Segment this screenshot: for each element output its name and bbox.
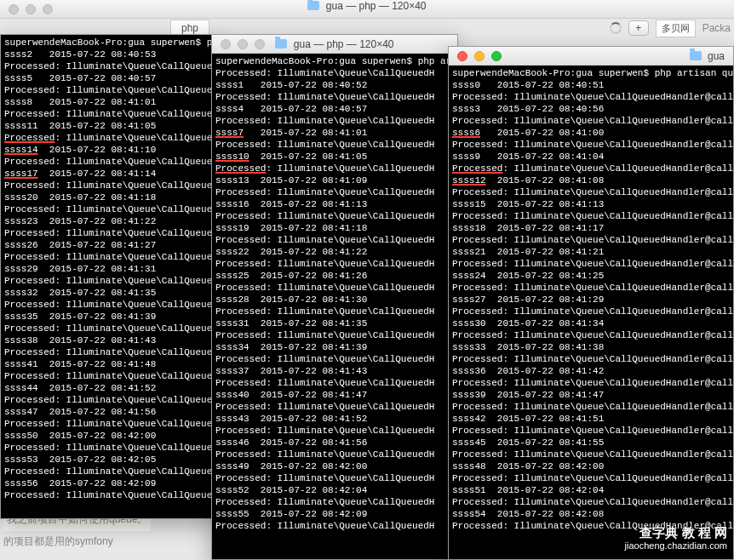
terminal-window-2[interactable]: gua — php — 120×40 superwendeMacBook-Pro…	[211, 34, 458, 560]
terminal-output-2[interactable]: superwendeMacBook-Pro:gua superwen$ php …	[212, 54, 457, 559]
terminal-line: ssss33 2015-07-22 08:41:38	[452, 341, 730, 353]
terminal-line: Processed: Illuminate\Queue\CallQueuedHa…	[452, 329, 730, 341]
terminal-line: ssss32 2015-07-22 08:41:35	[4, 287, 217, 299]
terminal-line: Processed: Illuminate\Queue\CallQueuedHa…	[452, 186, 730, 198]
terminal-line: ssss9 2015-07-22 08:41:04	[452, 151, 730, 163]
terminal-line: Processed: Illuminate\Queue\CallQueuedH	[215, 472, 454, 484]
terminal-line: ssss12 2015-07-22 08:41:08	[452, 174, 730, 186]
terminal-line: ssss42 2015-07-22 08:41:51	[452, 413, 730, 425]
terminal-line: ssss1 2015-07-22 08:40:52	[215, 79, 454, 91]
terminal-line: Processed: Illuminate\Queue\CallQueuedH	[4, 346, 217, 358]
terminal-window-1[interactable]: superwendeMacBook-Pro:gua superwen$ phps…	[0, 34, 221, 519]
terminal-line: Processed: Illuminate\Queue\CallQueuedH	[215, 163, 454, 174]
terminal-line: ssss23 2015-07-22 08:41:22	[4, 215, 217, 227]
maximize-icon[interactable]	[255, 39, 265, 49]
terminal-line: ssss37 2015-07-22 08:41:43	[215, 365, 454, 377]
titlebar-2[interactable]: gua — php — 120×40	[212, 35, 457, 54]
terminal-output-1[interactable]: superwendeMacBook-Pro:gua superwen$ phps…	[1, 35, 221, 518]
terminal-line: Processed: Illuminate\Queue\CallQueuedH	[215, 496, 454, 508]
add-tab-button[interactable]: +	[628, 20, 649, 36]
terminal-line: ssss6 2015-07-22 08:41:00	[452, 127, 730, 139]
terminal-line: Processed: Illuminate\Queue\CallQueuedH	[4, 251, 217, 263]
terminal-line: Processed: Illuminate\Queue\CallQueuedH	[215, 67, 454, 79]
terminal-line: Processed: Illuminate\Queue\CallQueuedH	[215, 186, 454, 198]
terminal-line: Processed: Illuminate\Queue\CallQueuedH	[4, 180, 217, 191]
watermark-title: 查字典 教 程 网	[639, 525, 727, 540]
terminal-prompt: superwendeMacBook-Pro:gua superwen$ php …	[452, 67, 730, 79]
terminal-line: Processed: Illuminate\Queue\CallQueuedH	[4, 203, 217, 215]
terminal-line: ssss15 2015-07-22 08:41:13	[452, 198, 730, 210]
terminal-prompt: superwendeMacBook-Pro:gua superwen$ php …	[215, 55, 454, 67]
terminal-line: Processed: Illuminate\Queue\CallQueuedH	[215, 520, 454, 532]
terminal-line: Processed: Illuminate\Queue\CallQueuedH	[215, 329, 454, 341]
terminal-line: Processed: Illuminate\Queue\CallQueuedHa…	[452, 210, 730, 222]
close-icon[interactable]	[457, 51, 467, 61]
maximize-icon[interactable]	[491, 51, 502, 61]
terminal-line: Processed: Illuminate\Queue\CallQueuedH	[4, 84, 217, 96]
terminal-line: ssss26 2015-07-22 08:41:27	[4, 239, 217, 251]
terminal-line: Processed: Illuminate\Queue\CallQueuedH	[215, 377, 454, 389]
terminal-line: ssss35 2015-07-22 08:41:39	[4, 311, 217, 323]
terminal-line: Processed: Illuminate\Queue\CallQueuedH	[215, 139, 454, 151]
terminal-output-3[interactable]: superwendeMacBook-Pro:gua superwen$ php …	[449, 66, 733, 559]
terminal-line: ssss34 2015-07-22 08:41:39	[215, 341, 454, 353]
terminal-line: Processed: Illuminate\Queue\CallQueuedHa…	[452, 139, 730, 151]
terminal-line: Processed: Illuminate\Queue\CallQueuedH	[215, 353, 454, 365]
minimize-icon[interactable]	[26, 4, 36, 14]
titlebar-3[interactable]: gua	[449, 47, 733, 66]
terminal-line: ssss46 2015-07-22 08:41:56	[215, 437, 454, 449]
terminal-line: ssss29 2015-07-22 08:41:31	[4, 263, 217, 275]
minimize-icon[interactable]	[238, 39, 248, 49]
minimize-icon[interactable]	[474, 51, 485, 61]
terminal-line: ssss48 2015-07-22 08:42:00	[452, 460, 730, 472]
terminal-line: Processed: Illuminate\Queue\CallQueuedH	[215, 425, 454, 437]
terminal-line: Processed: Illuminate\Queue\CallQueuedHa…	[452, 306, 730, 317]
terminal-line: ssss40 2015-07-22 08:41:47	[215, 389, 454, 401]
terminal-line: Processed: Illuminate\Queue\CallQueuedH	[215, 115, 454, 127]
maximize-icon[interactable]	[43, 4, 53, 14]
terminal-line: ssss50 2015-07-22 08:42:00	[4, 430, 217, 442]
terminal-line: ssss56 2015-07-22 08:42:09	[4, 477, 217, 489]
terminal-line: ssss16 2015-07-22 08:41:13	[215, 198, 454, 210]
terminal-line: ssss41 2015-07-22 08:41:48	[4, 358, 217, 370]
terminal-line: ssss17 2015-07-22 08:41:14	[4, 168, 217, 180]
terminal-line: Processed: Illuminate\Queue\CallQueuedH	[4, 108, 217, 120]
terminal-line: Processed: Illuminate\Queue\CallQueuedHa…	[452, 401, 730, 413]
terminal-line: ssss14 2015-07-22 08:41:10	[4, 144, 217, 156]
terminal-line: ssss55 2015-07-22 08:42:09	[215, 508, 454, 520]
terminal-window-3[interactable]: gua superwendeMacBook-Pro:gua superwen$ …	[448, 46, 734, 560]
terminal-line: ssss51 2015-07-22 08:42:04	[452, 484, 730, 496]
terminal-prompt: superwendeMacBook-Pro:gua superwen$ php	[4, 37, 217, 49]
terminal-line: ssss10 2015-07-22 08:41:05	[215, 151, 454, 163]
close-icon[interactable]	[221, 39, 231, 49]
terminal-line: ssss31 2015-07-22 08:41:35	[215, 317, 454, 329]
terminal-line: ssss44 2015-07-22 08:41:52	[4, 382, 217, 394]
terminal-line: ssss54 2015-07-22 08:42:08	[452, 508, 730, 520]
terminal-line: ssss7 2015-07-22 08:41:01	[215, 127, 454, 139]
terminal-line: Processed: Illuminate\Queue\CallQueuedH	[4, 418, 217, 430]
terminal-line: Processed: Illuminate\Queue\CallQueuedH	[4, 227, 217, 239]
terminal-line: ssss43 2015-07-22 08:41:52	[215, 413, 454, 425]
desktop-menubar: gua — php — 120×40	[0, 0, 734, 19]
terminal-line: Processed: Illuminate\Queue\CallQueuedH	[215, 282, 454, 294]
terminal-line: Processed: Illuminate\Queue\CallQueuedHa…	[452, 449, 730, 460]
terminal-line: ssss36 2015-07-22 08:41:42	[452, 365, 730, 377]
terminal-line: Processed: Illuminate\Queue\CallQueuedH	[4, 299, 217, 311]
folder-icon	[307, 1, 319, 10]
terminal-line: ssss52 2015-07-22 08:42:04	[215, 484, 454, 496]
terminal-line: Processed: Illuminate\Queue\CallQueuedH	[4, 60, 217, 72]
watermark: 查字典 教 程 网 jiaocheng.chazidian.com	[625, 527, 727, 551]
terminal-line: ssss39 2015-07-22 08:41:47	[452, 389, 730, 401]
terminal-line: Processed: Illuminate\Queue\CallQueuedH	[215, 258, 454, 270]
terminal-line: Processed: Illuminate\Queue\CallQueuedH	[215, 401, 454, 413]
terminal-line: ssss24 2015-07-22 08:41:25	[452, 270, 730, 282]
loading-spinner-icon	[610, 22, 622, 34]
terminal-line: Processed: Illuminate\Queue\CallQueuedH	[215, 306, 454, 317]
window-title: gua — php — 120×40	[0, 0, 734, 12]
terminal-line: Processed: Illuminate\Queue\CallQueuedHa…	[452, 377, 730, 389]
folder-icon	[690, 51, 702, 60]
terminal-line: ssss8 2015-07-22 08:41:01	[4, 96, 217, 108]
folder-icon	[275, 39, 287, 49]
terminal-line: Processed: Illuminate\Queue\CallQueuedH	[4, 370, 217, 382]
close-icon[interactable]	[9, 4, 19, 14]
